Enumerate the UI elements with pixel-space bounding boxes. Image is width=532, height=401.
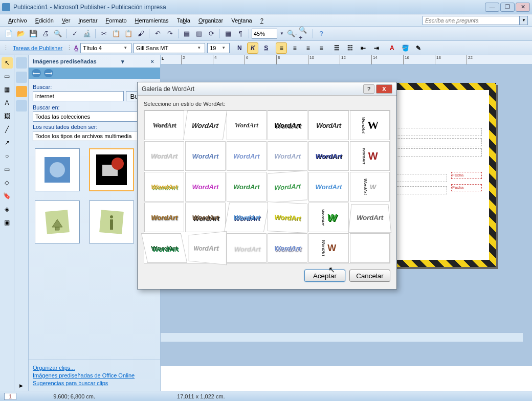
decrease-indent-button[interactable]: ⇤ [358,42,369,54]
dialog-close-button[interactable]: X [376,84,392,94]
new-icon[interactable]: 📄 [3,28,14,39]
item-tool[interactable]: ▣ [2,217,13,228]
underline-button[interactable]: S [260,42,272,54]
line-tool[interactable]: ╱ [2,124,13,135]
redo-icon[interactable]: ↷ [164,28,175,39]
design-gallery-tool[interactable]: ◈ [2,204,13,215]
wordart-style-26[interactable]: WordArt [189,231,227,265]
picture-tool[interactable]: 🖼 [2,110,13,122]
organize-clips-link[interactable]: Organizar clips... [33,365,156,371]
wordart-style-15[interactable]: WordArt [227,172,267,202]
wordart-style-3[interactable]: WordArt [227,110,267,140]
menu-formato[interactable]: Formato [102,16,131,25]
wordart-style-13[interactable]: WordArt [144,172,184,202]
wordart-style-21[interactable]: WordArt [224,203,270,232]
wordart-style-14[interactable]: WordArt [185,172,225,202]
dialog-ok-button[interactable]: Aceptar [304,270,345,282]
undo-icon[interactable]: ↶ [152,28,163,39]
menu-tabla[interactable]: Tabla [173,16,194,25]
styles-icon[interactable]: A̲ [74,44,78,51]
special-chars-icon[interactable]: ¶ [235,28,246,39]
bold-button[interactable]: N [234,42,245,54]
wordart-style-19[interactable]: WordArt [144,203,184,232]
help-search-dropdown[interactable]: ▼ [520,16,528,25]
wordart-style-2[interactable]: WordArt [183,110,227,140]
columns-icon[interactable]: ▦ [223,28,234,39]
pointer-tool[interactable]: ↖ [2,57,13,69]
wordart-style-9[interactable]: WordArt [227,141,267,171]
dialog-titlebar[interactable]: Galería de WordArt ? X [138,82,396,96]
align-left-button[interactable]: ≡ [276,42,287,54]
wordart-style-25[interactable]: WordArt [141,233,188,263]
taskpane-2[interactable] [16,72,27,83]
taskpane-3-active[interactable] [16,86,27,97]
page-number-tab[interactable]: 1 [4,393,16,400]
taskpane-4[interactable] [16,100,27,112]
menu-ver[interactable]: Ver [58,16,75,25]
help-icon[interactable]: ? [316,28,327,39]
wordart-style-8[interactable]: WordArt [185,141,225,171]
clipart-thumb-1[interactable] [35,148,80,191]
wordart-style-1[interactable]: WordArt [144,110,184,140]
zoom-out-icon[interactable]: 🔍- [286,28,298,39]
wordart-style-5[interactable]: WordArt [308,110,348,140]
wordart-style-24[interactable]: WordArt [348,204,391,233]
clipart-thumb-3[interactable] [35,201,80,243]
clipart-dropdown[interactable]: ▾ [119,58,126,65]
office-online-link[interactable]: Imágenes prediseñadas de Office Online [33,372,156,378]
menu-edicion[interactable]: Edición [31,16,58,25]
italic-button[interactable]: K [247,42,258,54]
bullets-button[interactable]: ☰ [331,42,342,54]
publisher-tasks-link[interactable]: Tareas de Publisher [11,45,64,51]
clipart-thumb-2[interactable] [89,148,134,191]
horizontal-scrollbar[interactable] [161,332,523,342]
menu-insertar[interactable]: Insertar [74,16,101,25]
clipart-thumb-4[interactable] [89,201,134,243]
fontsize-combo[interactable]: 19▼ [207,43,230,53]
rotate-icon[interactable]: ⟳ [206,28,217,39]
wordart-style-10[interactable]: WordArt [268,141,307,171]
wordart-style-12[interactable]: WordArt W [350,141,390,171]
paste-icon[interactable]: 📋 [123,28,134,39]
zoom-dd[interactable]: ▼ [278,28,285,39]
arrow-tool[interactable]: ↗ [2,137,13,148]
close-button[interactable]: ✕ [516,3,530,12]
bring-front-icon[interactable]: ▤ [181,28,192,39]
copy-icon[interactable]: 📋 [110,28,122,39]
taskpane-1[interactable] [16,57,27,69]
wordart-style-11[interactable]: WordArt [308,141,348,171]
line-color-button[interactable]: ✎ [413,42,424,54]
wordart-style-17[interactable]: WordArt [308,172,348,202]
wordart-style-22[interactable]: WordArt [268,202,307,233]
wordart-style-27[interactable]: WordArt [227,233,267,263]
textbox-tool[interactable]: ▭ [2,71,13,82]
spell-icon[interactable]: ✓ [69,28,80,39]
menu-ventana[interactable]: Ventana [227,16,256,25]
wordart-style-20[interactable]: WordArt [185,203,225,232]
send-back-icon[interactable]: ▥ [193,28,205,39]
wordart-tool[interactable]: A [2,97,13,108]
cut-icon[interactable]: ✂ [98,28,109,39]
fill-color-button[interactable]: 🪣 [400,42,411,54]
open-icon[interactable]: 📂 [15,28,27,39]
align-center-button[interactable]: ≡ [289,42,300,54]
help-search-input[interactable] [423,16,520,25]
zoom-combo[interactable] [252,29,277,39]
zoom-in-icon[interactable]: 🔍+ [299,28,310,39]
research-icon[interactable]: 🔬 [81,28,93,39]
wordart-style-18[interactable]: WordArt W [350,172,390,202]
wordart-style-28[interactable]: WordArt [268,233,307,263]
shapes-tool[interactable]: ◇ [2,177,13,188]
tips-link[interactable]: Sugerencias para buscar clips [33,380,156,386]
clipart-fwd-icon[interactable]: ⟶ [44,69,53,77]
wordart-style-23[interactable]: WordArt W [308,203,348,232]
wordart-style-29[interactable]: WordArt W [308,233,348,263]
dialog-cancel-button[interactable]: Cancelar [349,270,390,282]
print-icon[interactable]: 🖨 [40,28,51,39]
save-icon[interactable]: 💾 [28,28,39,39]
wordart-style-6[interactable]: WordArt W [350,110,390,140]
clipart-close-icon[interactable]: × [149,58,156,64]
numbering-button[interactable]: ☷ [344,42,356,54]
menu-help[interactable]: ? [256,16,268,25]
style-combo[interactable]: Título 4▼ [80,43,131,53]
